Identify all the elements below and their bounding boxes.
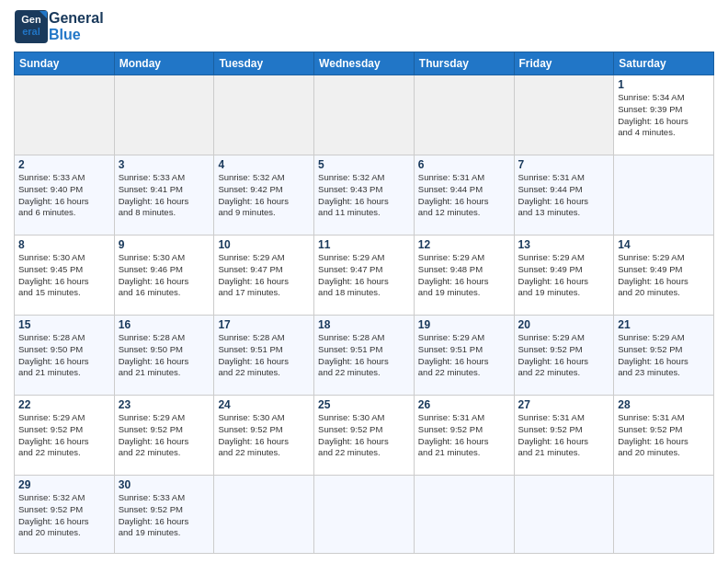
day-info: Sunrise: 5:31 AM Sunset: 9:44 PM Dayligh… — [418, 172, 510, 219]
calendar-row-1: 2Sunrise: 5:33 AM Sunset: 9:40 PM Daylig… — [15, 155, 714, 236]
calendar-cell: 10Sunrise: 5:29 AM Sunset: 9:47 PM Dayli… — [214, 236, 314, 316]
day-number: 5 — [318, 158, 410, 171]
day-number: 17 — [218, 318, 310, 331]
day-info: Sunrise: 5:29 AM Sunset: 9:52 PM Dayligh… — [618, 332, 710, 379]
calendar-cell: 22Sunrise: 5:29 AM Sunset: 9:52 PM Dayli… — [15, 396, 115, 476]
day-info: Sunrise: 5:33 AM Sunset: 9:40 PM Dayligh… — [18, 172, 110, 219]
day-info: Sunrise: 5:29 AM Sunset: 9:47 PM Dayligh… — [318, 252, 410, 299]
day-number: 1 — [618, 78, 710, 91]
day-number: 16 — [119, 318, 210, 331]
day-info: Sunrise: 5:28 AM Sunset: 9:51 PM Dayligh… — [218, 332, 310, 379]
day-number: 7 — [518, 158, 610, 171]
day-number: 8 — [18, 238, 110, 251]
calendar-cell: 21Sunrise: 5:29 AM Sunset: 9:52 PM Dayli… — [614, 316, 714, 396]
calendar-cell: 16Sunrise: 5:28 AM Sunset: 9:50 PM Dayli… — [114, 316, 214, 396]
calendar-cell: 18Sunrise: 5:28 AM Sunset: 9:51 PM Dayli… — [314, 316, 415, 396]
day-info: Sunrise: 5:29 AM Sunset: 9:52 PM Dayligh… — [18, 412, 110, 459]
day-info: Sunrise: 5:32 AM Sunset: 9:42 PM Dayligh… — [218, 172, 310, 219]
calendar-cell: 3Sunrise: 5:33 AM Sunset: 9:41 PM Daylig… — [114, 155, 214, 236]
calendar-cell: 4Sunrise: 5:32 AM Sunset: 9:42 PM Daylig… — [214, 155, 314, 236]
calendar-cell: 15Sunrise: 5:28 AM Sunset: 9:50 PM Dayli… — [15, 316, 115, 396]
day-info: Sunrise: 5:33 AM Sunset: 9:41 PM Dayligh… — [119, 172, 210, 219]
calendar-cell: 17Sunrise: 5:28 AM Sunset: 9:51 PM Dayli… — [214, 316, 314, 396]
page: Gen eral General Blue SundayMondayTuesda… — [0, 0, 728, 563]
header: Gen eral General Blue — [14, 9, 714, 44]
day-info: Sunrise: 5:28 AM Sunset: 9:50 PM Dayligh… — [18, 332, 110, 379]
day-number: 27 — [518, 398, 610, 411]
day-info: Sunrise: 5:28 AM Sunset: 9:50 PM Dayligh… — [119, 332, 210, 379]
day-info: Sunrise: 5:29 AM Sunset: 9:49 PM Dayligh… — [518, 252, 610, 299]
calendar-cell: 12Sunrise: 5:29 AM Sunset: 9:48 PM Dayli… — [414, 236, 514, 316]
calendar-cell — [514, 476, 614, 554]
calendar-header-thursday: Thursday — [414, 52, 514, 75]
day-info: Sunrise: 5:29 AM Sunset: 9:52 PM Dayligh… — [518, 332, 610, 379]
calendar-cell — [114, 75, 214, 155]
calendar-header-row: SundayMondayTuesdayWednesdayThursdayFrid… — [15, 52, 714, 75]
day-number: 14 — [618, 238, 710, 251]
calendar-cell: 13Sunrise: 5:29 AM Sunset: 9:49 PM Dayli… — [514, 236, 614, 316]
day-number: 28 — [618, 398, 710, 411]
calendar-cell: 23Sunrise: 5:29 AM Sunset: 9:52 PM Dayli… — [114, 396, 214, 476]
day-info: Sunrise: 5:29 AM Sunset: 9:47 PM Dayligh… — [218, 252, 310, 299]
calendar-cell: 29Sunrise: 5:32 AM Sunset: 9:52 PM Dayli… — [15, 476, 115, 554]
calendar-cell: 25Sunrise: 5:30 AM Sunset: 9:52 PM Dayli… — [314, 396, 415, 476]
calendar-header-tuesday: Tuesday — [214, 52, 314, 75]
calendar-row-3: 15Sunrise: 5:28 AM Sunset: 9:50 PM Dayli… — [15, 316, 714, 396]
day-info: Sunrise: 5:29 AM Sunset: 9:48 PM Dayligh… — [418, 252, 510, 299]
day-info: Sunrise: 5:31 AM Sunset: 9:52 PM Dayligh… — [618, 412, 710, 459]
svg-text:eral: eral — [22, 26, 40, 37]
day-number: 30 — [119, 478, 210, 491]
calendar-header-friday: Friday — [514, 52, 614, 75]
calendar-cell — [614, 476, 714, 554]
day-info: Sunrise: 5:30 AM Sunset: 9:46 PM Dayligh… — [119, 252, 210, 299]
day-info: Sunrise: 5:31 AM Sunset: 9:52 PM Dayligh… — [418, 412, 510, 459]
calendar-cell — [214, 75, 314, 155]
calendar-cell — [414, 476, 514, 554]
calendar-cell: 19Sunrise: 5:29 AM Sunset: 9:51 PM Dayli… — [414, 316, 514, 396]
calendar-cell — [314, 75, 415, 155]
calendar-cell: 27Sunrise: 5:31 AM Sunset: 9:52 PM Dayli… — [514, 396, 614, 476]
calendar-row-0: 1Sunrise: 5:34 AM Sunset: 9:39 PM Daylig… — [15, 75, 714, 155]
calendar-cell — [414, 75, 514, 155]
calendar-cell — [614, 155, 714, 236]
calendar-cell: 5Sunrise: 5:32 AM Sunset: 9:43 PM Daylig… — [314, 155, 415, 236]
calendar-header-monday: Monday — [114, 52, 214, 75]
calendar-cell: 8Sunrise: 5:30 AM Sunset: 9:45 PM Daylig… — [15, 236, 115, 316]
calendar-cell: 11Sunrise: 5:29 AM Sunset: 9:47 PM Dayli… — [314, 236, 415, 316]
day-info: Sunrise: 5:34 AM Sunset: 9:39 PM Dayligh… — [618, 92, 710, 139]
day-number: 26 — [418, 398, 510, 411]
day-number: 21 — [618, 318, 710, 331]
day-number: 13 — [518, 238, 610, 251]
day-number: 15 — [18, 318, 110, 331]
day-info: Sunrise: 5:31 AM Sunset: 9:44 PM Dayligh… — [518, 172, 610, 219]
logo-blue-text: Blue — [49, 27, 104, 43]
logo-wrapper: Gen eral General Blue — [14, 9, 104, 44]
day-number: 11 — [318, 238, 410, 251]
logo-general-text: General — [49, 10, 104, 27]
day-info: Sunrise: 5:33 AM Sunset: 9:52 PM Dayligh… — [119, 492, 210, 539]
calendar-cell: 9Sunrise: 5:30 AM Sunset: 9:46 PM Daylig… — [114, 236, 214, 316]
calendar-cell: 26Sunrise: 5:31 AM Sunset: 9:52 PM Dayli… — [414, 396, 514, 476]
calendar-row-2: 8Sunrise: 5:30 AM Sunset: 9:45 PM Daylig… — [15, 236, 714, 316]
day-info: Sunrise: 5:29 AM Sunset: 9:51 PM Dayligh… — [418, 332, 510, 379]
calendar-cell — [314, 476, 415, 554]
calendar-cell: 7Sunrise: 5:31 AM Sunset: 9:44 PM Daylig… — [514, 155, 614, 236]
day-number: 19 — [418, 318, 510, 331]
calendar-cell — [214, 476, 314, 554]
day-number: 25 — [318, 398, 410, 411]
svg-text:Gen: Gen — [21, 14, 41, 25]
day-number: 24 — [218, 398, 310, 411]
day-number: 9 — [119, 238, 210, 251]
calendar-table: SundayMondayTuesdayWednesdayThursdayFrid… — [14, 52, 714, 554]
calendar-header-wednesday: Wednesday — [314, 52, 415, 75]
logo: Gen eral General Blue — [14, 9, 104, 44]
day-info: Sunrise: 5:32 AM Sunset: 9:43 PM Dayligh… — [318, 172, 410, 219]
day-info: Sunrise: 5:29 AM Sunset: 9:52 PM Dayligh… — [119, 412, 210, 459]
day-number: 22 — [18, 398, 110, 411]
general-blue-logo-icon: Gen eral — [14, 9, 49, 44]
calendar-cell: 14Sunrise: 5:29 AM Sunset: 9:49 PM Dayli… — [614, 236, 714, 316]
day-number: 20 — [518, 318, 610, 331]
calendar-cell: 2Sunrise: 5:33 AM Sunset: 9:40 PM Daylig… — [15, 155, 115, 236]
day-number: 4 — [218, 158, 310, 171]
day-info: Sunrise: 5:32 AM Sunset: 9:52 PM Dayligh… — [18, 492, 110, 539]
